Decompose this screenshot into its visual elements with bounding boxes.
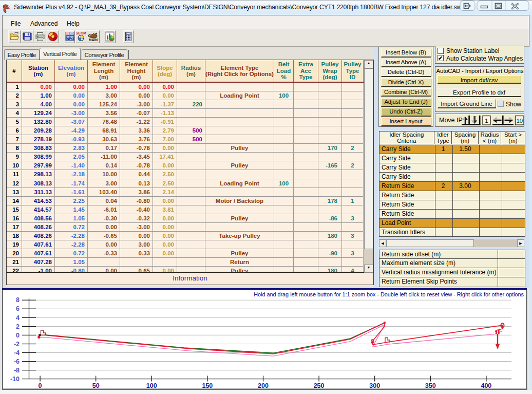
svg-text:400: 400 [481,382,491,389]
svg-text:MAIN: MAIN [88,37,97,41]
svg-text:INFO: INFO [66,37,74,41]
svg-text:200: 200 [258,382,269,389]
svg-text:-4: -4 [14,349,20,357]
svg-text:50: 50 [92,382,100,389]
svg-text:150: 150 [202,382,213,389]
svg-text:4: 4 [16,314,20,322]
svg-text:6: 6 [16,305,20,312]
svg-text:Hold and drag left mouse butto: Hold and drag left mouse button for 1:1 … [254,291,524,297]
svg-text:350: 350 [425,382,436,389]
svg-text:100: 100 [146,382,157,389]
svg-text:-8: -8 [14,367,20,374]
svg-text:GEOM: GEOM [76,31,86,35]
svg-text:8: 8 [16,296,20,304]
svg-text:250: 250 [314,382,325,389]
svg-text:0: 0 [39,382,42,389]
svg-text:0: 0 [16,332,20,339]
svg-text:-10: -10 [10,376,20,383]
svg-text:-2: -2 [14,341,20,348]
svg-text:2: 2 [16,323,20,330]
svg-text:10: 10 [516,117,523,123]
svg-text:-6: -6 [14,358,20,365]
svg-text:300: 300 [369,382,380,389]
svg-text:1: 1 [485,117,488,123]
